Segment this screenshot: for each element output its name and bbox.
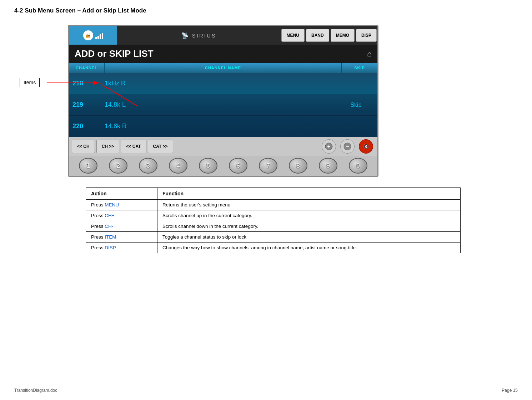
channel-name-219: 14.8k L	[105, 101, 338, 109]
function-menu: Returns the user's setting menu	[157, 200, 461, 210]
channel-num-218: 218	[72, 80, 105, 87]
menu-label: MENU	[105, 202, 119, 208]
channel-num-220: 220	[72, 122, 105, 130]
num-btn-6[interactable]: 6	[229, 158, 247, 174]
table-row-ch-plus: Press CH+ Scrolls channel up in the curr…	[86, 210, 461, 221]
col-headers: CHANNEL CHANNEL NAME SKIP	[69, 63, 377, 73]
table-section: Action Function Press MENU Returns the u…	[86, 188, 461, 253]
mute-icon: 🔇	[362, 143, 370, 150]
col-skip-header: SKIP	[342, 63, 377, 73]
radio-icon: 📻	[83, 30, 93, 40]
channel-skip-219: Skip	[338, 102, 374, 108]
function-ch-plus: Scrolls channel up in the current catego…	[157, 210, 461, 221]
num-btn-0[interactable]: 0	[349, 158, 367, 174]
top-bar-center: 📡 SIRIUS	[117, 26, 281, 45]
disp-button[interactable]: DISP	[356, 29, 377, 42]
page-container: 4-2 Sub Menu Screen – Add or Skip List M…	[0, 0, 532, 400]
num-btn-9[interactable]: 9	[319, 158, 337, 174]
next-cat-button[interactable]: CAT >>	[148, 140, 173, 153]
device-screen: 📻 📡 SIRIUS MENU BAND MEMO DI	[68, 25, 378, 177]
svg-text:+: +	[327, 143, 330, 149]
antenna-icon: 📡	[181, 32, 189, 39]
num-btn-5[interactable]: 5	[199, 158, 217, 174]
num-btn-2[interactable]: 2	[109, 158, 127, 174]
function-item: Toggles a channel status to skip or lock	[157, 232, 461, 242]
top-bar-buttons: MENU BAND MEMO DISP	[281, 26, 377, 45]
channel-row-219[interactable]: 219 14.8k L Skip	[69, 94, 377, 116]
col2-header: Function	[157, 188, 461, 200]
items-label-box: Items	[20, 78, 40, 87]
minus-icon: −	[343, 142, 351, 150]
action-disp: Press DISP	[86, 242, 157, 253]
num-btn-7[interactable]: 7	[259, 158, 277, 174]
col1-header: Action	[86, 188, 157, 200]
channel-row-220[interactable]: 220 14.8k R	[69, 116, 377, 137]
table-row-item: Press ITEM Toggles a channel status to s…	[86, 232, 461, 242]
num-btn-1[interactable]: 1	[79, 158, 97, 174]
channel-rows: 218 1kHz R 219 14.8k L Skip 220 14.8k R	[69, 73, 377, 137]
bottom-controls: << CH CH >> << CAT CAT >> + −	[69, 137, 377, 156]
top-bar-left: 📻	[69, 26, 117, 45]
channel-name-218: 1kHz R	[105, 80, 338, 87]
top-bar: 📻 📡 SIRIUS MENU BAND MEMO DI	[69, 26, 377, 45]
channel-name-220: 14.8k R	[105, 122, 338, 130]
info-table: Action Function Press MENU Returns the u…	[86, 188, 461, 253]
page-footer: TransitionDiagram.doc Page 15	[14, 388, 518, 393]
mute-icon-button[interactable]: 🔇	[359, 139, 373, 154]
function-disp: Changes the way how to show channels amo…	[157, 242, 461, 253]
table-row-menu: Press MENU Returns the user's setting me…	[86, 200, 461, 210]
table-row-ch-minus: Press CH- Scrolls channel down in the cu…	[86, 221, 461, 232]
ch-plus-label: CH+	[105, 213, 114, 218]
action-ch-minus: Press CH-	[86, 221, 157, 232]
action-item: Press ITEM	[86, 232, 157, 242]
antenna-symbol: ⌂	[367, 49, 372, 59]
next-ch-button[interactable]: CH >>	[96, 140, 120, 153]
channel-num-219: 219	[72, 101, 105, 109]
prev-ch-button[interactable]: << CH	[72, 140, 95, 153]
item-label: ITEM	[105, 234, 116, 240]
memo-button[interactable]: MEMO	[331, 29, 355, 42]
num-buttons: 1 2 3 4 5 6 7 8 9 0	[69, 156, 377, 176]
band-button[interactable]: BAND	[306, 29, 329, 42]
num-btn-3[interactable]: 3	[139, 158, 157, 174]
ch-minus-label: CH-	[105, 224, 113, 229]
device-wrapper: Items 📻	[68, 25, 378, 177]
channel-row-218[interactable]: 218 1kHz R	[69, 73, 377, 94]
screen-title: ADD or SKIP LIST	[75, 48, 154, 59]
sirius-label: SIRIUS	[192, 32, 216, 39]
table-row-disp: Press DISP Changes the way how to show c…	[86, 242, 461, 253]
menu-button[interactable]: MENU	[281, 29, 305, 42]
plus-icon: +	[325, 142, 333, 150]
action-ch-plus: Press CH+	[86, 210, 157, 221]
title-bar: ADD or SKIP LIST ⌂	[69, 45, 377, 63]
remove-icon-button[interactable]: −	[340, 139, 355, 154]
col-ch-header: CHANNEL	[69, 63, 105, 73]
prev-cat-button[interactable]: << CAT	[121, 140, 146, 153]
page-title: 4-2 Sub Menu Screen – Add or Skip List M…	[14, 7, 518, 14]
disp-label: DISP	[105, 245, 116, 250]
svg-text:−: −	[346, 143, 349, 149]
footer-right: Page 15	[502, 388, 518, 393]
signal-bars	[95, 32, 103, 39]
num-btn-8[interactable]: 8	[289, 158, 307, 174]
add-icon-button[interactable]: +	[322, 139, 336, 154]
svg-text:🔇: 🔇	[363, 144, 370, 150]
col-name-header: CHANNEL NAME	[105, 63, 342, 73]
function-ch-minus: Scrolls channel down in the current cate…	[157, 221, 461, 232]
action-menu: Press MENU	[86, 200, 157, 210]
num-btn-4[interactable]: 4	[169, 158, 187, 174]
footer-left: TransitionDiagram.doc	[14, 388, 57, 393]
